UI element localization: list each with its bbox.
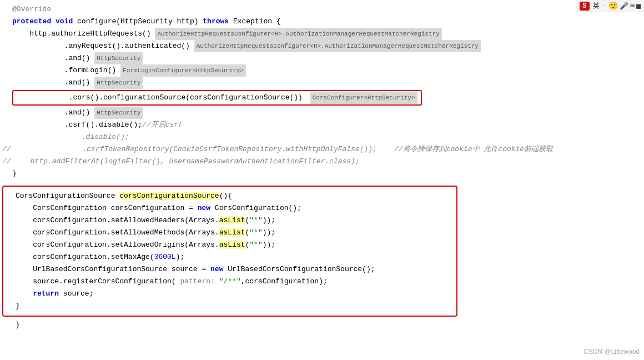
cors-method-block: CorsConfigurationSource corsConfiguratio… [2,186,457,317]
top-toolbar: S 英 · 🙂 🎤 ⌨ ▦ [576,0,644,12]
line-text: } [12,168,17,180]
line-text: .and() [12,77,94,89]
line-text: UrlBasedCorsConfigurationSource source =… [16,263,375,276]
line-method-signature: protected void configure(HttpSecurity ht… [0,16,644,28]
line-text: } [16,319,20,331]
sogou-s-icon[interactable]: S [580,2,589,11]
line-gutter [3,263,16,276]
line-outer-close: } [3,319,644,331]
line-commented-filter: // http.addFilterAt(loginFilter(), Usern… [0,156,644,168]
line-text: .anyRequest().authenticated() [12,40,194,52]
line-text: .csrf().disable(); [12,119,142,131]
line-and2: .and() HttpSecurity [0,77,644,89]
line-and3: .and() HttpSecurity [0,107,644,119]
code-editor: S 英 · 🙂 🎤 ⌨ ▦ @Override protected void c… [0,0,644,360]
line-max-age: corsConfiguration.setMaxAge(3600L); [3,251,456,263]
tooltip-and3: HttpSecurity [94,107,143,119]
line-gutter [3,276,16,288]
line-formlogin: .formLogin() FormLoginConfigurer<HttpSec… [0,64,644,77]
line-gutter [3,251,16,263]
line-text: CorsConfiguration corsConfiguration = ne… [16,202,301,214]
line-text: CorsConfigurationSource corsConfiguratio… [16,190,232,202]
line-text: corsConfiguration.setMaxAge(3600L); [16,251,184,263]
line-gutter [3,202,16,214]
line-gutter [3,239,16,251]
line-allowed-headers: corsConfiguration.setAllowedHeaders(Arra… [3,214,456,227]
line-and1: .and() HttpSecurity [0,52,644,64]
line-gutter [3,288,16,300]
line-gutter [0,3,12,16]
line-gutter [0,16,12,28]
comment-slash2: // [2,156,13,168]
line-blank [0,180,644,184]
line-gutter [3,300,16,312]
line-authorize: http.authorizeHttpRequests() AuthorizeHt… [0,28,644,40]
line-commented-csrf-token: // .csrfTokenRepository(CookieCsrfTokenR… [0,143,644,156]
mic-icon[interactable]: 🎤 [620,2,628,11]
line-annotation: @Override [0,3,644,16]
line-closing-brace: } [0,168,644,180]
tooltip-formlogin: FormLoginConfigurer<HttpSecurity> [120,64,246,77]
line-gutter [0,168,12,180]
tooltip-cors: CorsConfigurer<HttpSecurity> [310,92,417,104]
line-text: .csrfTokenRepository(CookieCsrfTokenRepo… [13,143,554,156]
line-commented-disable: .disable(); [0,131,644,143]
line-return: return source; [3,288,456,300]
line-gutter [3,227,16,239]
line-corsconfig-new: CorsConfiguration corsConfiguration = ne… [3,202,456,214]
line-gutter [3,214,16,227]
emoji-icon[interactable]: 🙂 [608,1,618,11]
line-gutter [3,319,16,331]
tooltip-and2: HttpSecurity [94,77,143,89]
comment-slash: // [2,143,13,156]
line-gutter [3,190,16,202]
line-text: corsConfiguration.setAllowedMethods(Arra… [16,227,275,239]
cors-code: .cors().configurationSource(corsConfigur… [17,92,307,104]
line-text: http.addFilterAt(loginFilter(), Username… [13,156,360,168]
cors-red-box: .cors().configurationSource(corsConfigur… [12,90,422,106]
line-anyrequest: .anyRequest().authenticated() AuthorizeH… [0,40,644,52]
line-text: corsConfiguration.setAllowedHeaders(Arra… [16,214,275,227]
line-text: protected void configure(HttpSecurity ht… [12,16,281,28]
line-register-cors: source.registerCorsConfiguration( patter… [3,276,456,288]
line-text: corsConfiguration.setAllowedOrigins(Arra… [16,239,275,251]
csdn-watermark: CSDN @Littewood [583,348,640,356]
lang-switch[interactable]: 英 [591,1,601,11]
dot-separator: · [603,2,607,10]
line-csrf: .csrf().disable();//开启csrf [0,119,644,131]
menu-icon[interactable]: ▦ [636,2,641,11]
line-allowed-methods: corsConfiguration.setAllowedMethods(Arra… [3,227,456,239]
tooltip-and1: HttpSecurity [94,52,143,64]
line-method-close: } [3,300,456,312]
line-text: .and() [12,107,94,119]
line-text: } [16,300,20,312]
tooltip-authorize: AuthorizeHttpRequestsConfigurer<H>.Autho… [155,28,441,40]
line-text: .formLogin() [12,64,120,77]
line-text: http.authorizeHttpRequests() [12,28,155,40]
line-text: source.registerCorsConfiguration( patter… [16,276,328,288]
keyboard-icon[interactable]: ⌨ [630,2,635,11]
tooltip-anyrequest: AuthorizeHttpRequestsConfigurer<H>.Autho… [194,40,481,52]
line-text: @Override [12,3,51,16]
line-text: .disable(); [12,131,129,143]
line-method-decl: CorsConfigurationSource corsConfiguratio… [3,190,456,202]
line-text: return source; [16,288,93,300]
code-content: @Override protected void configure(HttpS… [0,0,644,360]
line-urlbased-source: UrlBasedCorsConfigurationSource source =… [3,263,456,276]
line-text: .and() [12,52,94,64]
line-allowed-origins: corsConfiguration.setAllowedOrigins(Arra… [3,239,456,251]
line-cors-outlined: .cors().configurationSource(corsConfigur… [0,90,644,106]
